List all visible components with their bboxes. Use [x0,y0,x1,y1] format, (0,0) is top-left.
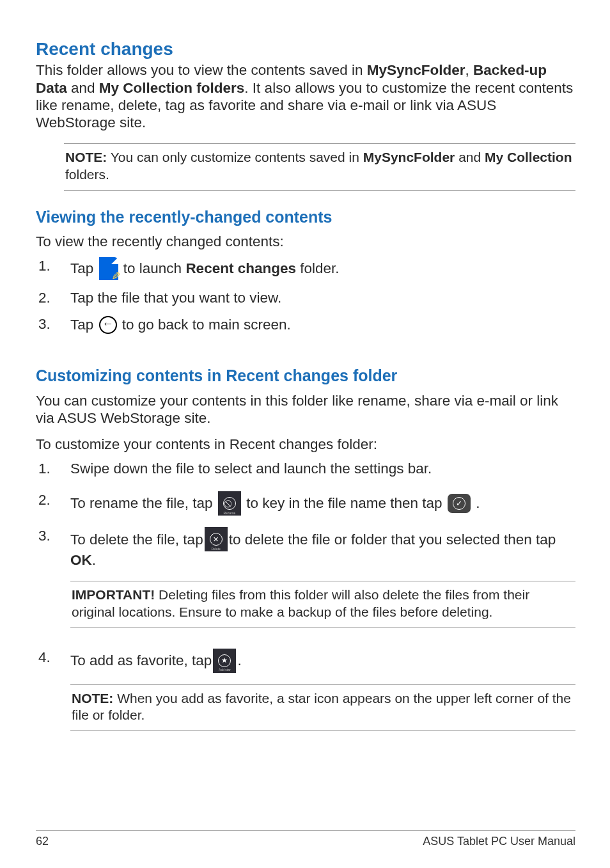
text: Swipe down the file to select and launch… [70,460,575,477]
page-number: 62 [36,835,49,849]
list-item: Tap the file that you want to view. [36,289,575,306]
list-item: Swipe down the file to select and launch… [36,460,575,477]
note-label: NOTE: [72,691,113,706]
back-arrow-icon [99,316,117,334]
text: To rename the file, tap [70,496,217,512]
text: folders. [65,167,109,182]
text-bold: Recent changes [185,260,296,276]
note-block: NOTE: You can only customize contents sa… [64,143,575,191]
note-label: NOTE: [65,150,107,164]
heading-viewing: Viewing the recently-changed contents [36,207,575,227]
list-item: To delete the file, tap ✕ Delete to dele… [36,527,575,639]
important-block: IMPORTANT! Deleting files from this fold… [70,581,575,628]
list-item: To rename the file, tap ⃠ Rename to key … [36,491,575,516]
text: Tap the file that you want to view. [70,289,575,306]
text: This folder allows you to view the conte… [36,62,367,78]
important-label: IMPORTANT! [72,587,155,602]
list-item: Tap to go back to main screen. [36,315,575,334]
text: and [455,150,485,164]
viewing-lead: To view the recently changed contents: [36,233,575,250]
text: to go back to main screen. [122,317,291,333]
text: . [476,496,480,512]
heading-customizing: Customizing contents in Recent changes f… [36,366,575,386]
list-item: Tap to launch Recent changes folder. [36,257,575,280]
text: You can only customize contents saved in [107,150,363,164]
text-bold: MySyncFolder [363,150,455,164]
text: . [237,652,241,669]
rename-icon: ⃠ Rename [218,491,241,516]
text: , [465,62,474,78]
customizing-steps: Swipe down the file to select and launch… [36,460,575,743]
add-star-icon: ★ Add star [213,649,236,673]
text: Tap [70,260,98,276]
recent-changes-folder-icon [99,257,118,280]
text: folder. [300,260,339,276]
text: To add as favorite, tap [70,652,212,669]
text-bold: My Collection [485,150,572,164]
footer-title: ASUS Tablet PC User Manual [423,835,575,849]
intro-paragraph: This folder allows you to view the conte… [36,61,575,132]
note-block: NOTE: When you add as favorite, a star i… [70,684,575,732]
customizing-lead: You can customize your contents in this … [36,392,575,427]
text: When you add as favorite, a star icon ap… [72,691,571,723]
viewing-steps: Tap to launch Recent changes folder. Tap… [36,257,575,335]
heading-recent-changes: Recent changes [36,38,575,60]
text-bold: MySyncFolder [367,62,465,78]
text: Tap [70,317,98,333]
text: and [67,80,99,96]
customizing-lead2: To customize your contents in Recent cha… [36,436,575,453]
text: to launch [123,260,186,276]
text-bold: My Collection folders [99,80,245,96]
text: To delete the file, tap [70,531,203,548]
confirm-check-icon: ✓ [448,494,471,513]
footer: 62 ASUS Tablet PC User Manual [36,830,575,849]
text: to key in the file name then tap [246,496,446,512]
text: . [92,551,96,569]
list-item: To add as favorite, tap ★ Add star . NOT… [36,649,575,743]
text-bold: OK [70,551,92,569]
text: to delete the file or folder that you se… [229,531,556,548]
delete-icon: ✕ Delete [205,527,228,551]
